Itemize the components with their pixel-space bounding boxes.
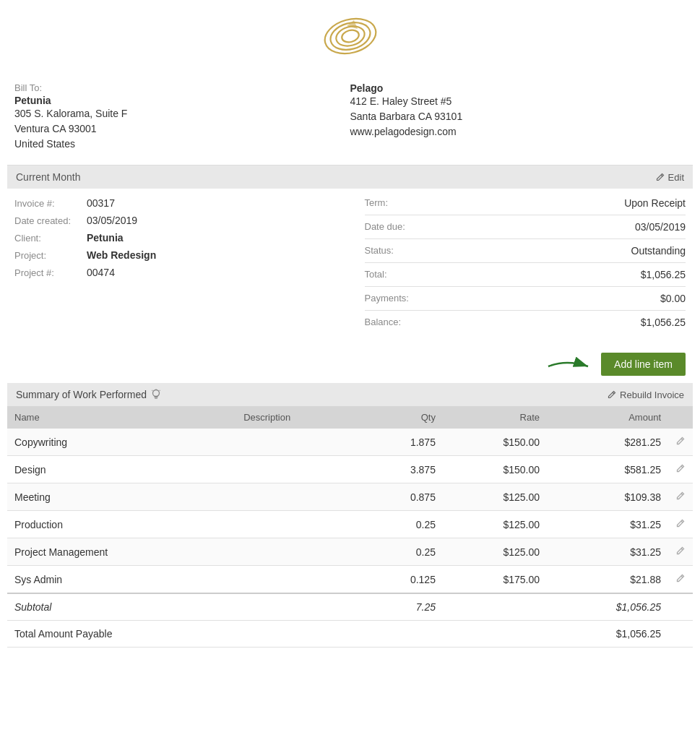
edit-label: Edit — [668, 172, 684, 183]
date-created-row: Date created: 03/05/2019 — [14, 215, 336, 226]
svg-line-4 — [661, 175, 662, 176]
svg-line-15 — [681, 494, 683, 495]
rebuild-icon — [607, 390, 617, 400]
logo-area — [7, 0, 693, 75]
svg-line-11 — [160, 390, 160, 391]
subtotal-qty: 7.25 — [362, 593, 443, 621]
row-edit-cell[interactable] — [668, 538, 693, 566]
row-qty: 0.25 — [362, 511, 443, 538]
arrow-indicator — [545, 356, 595, 379]
row-edit-cell[interactable] — [668, 456, 693, 483]
total-amount-value: $1,056.25 — [547, 621, 668, 648]
col-header-description: Description — [236, 406, 362, 429]
term-label: Term: — [365, 197, 389, 209]
edit-button[interactable]: Edit — [655, 172, 684, 183]
subtotal-label: Subtotal — [7, 593, 236, 621]
table-header-row: Name Description Qty Rate Amount — [7, 406, 693, 429]
row-name: Production — [7, 511, 236, 538]
invoice-number-value: 00317 — [87, 197, 115, 209]
from-address1: 412 E. Haley Street #5 — [350, 94, 686, 109]
balance-value: $1,056.25 — [641, 317, 686, 328]
rebuild-invoice-button[interactable]: Rebuild Invoice — [607, 390, 684, 400]
project-number-value: 00474 — [87, 267, 115, 278]
invoice-details: Invoice #: 00317 Date created: 03/05/201… — [7, 189, 693, 347]
add-line-area: Add line item — [7, 347, 693, 383]
svg-point-6 — [153, 390, 160, 397]
term-value: Upon Receipt — [624, 197, 686, 209]
total-value: $1,056.25 — [641, 269, 686, 280]
details-right: Term: Upon Receipt Date due: 03/05/2019 … — [350, 197, 686, 340]
project-row: Project: Web Redesign — [14, 249, 336, 261]
bill-to-label: Bill To: — [14, 82, 350, 93]
row-edit-icon[interactable] — [675, 463, 686, 473]
row-amount: $281.25 — [547, 429, 668, 456]
subtotal-amount: $1,056.25 — [547, 593, 668, 621]
summary-bar: Summary of Work Performed Rebuild Invoic… — [7, 383, 693, 406]
invoice-number-label: Invoice #: — [14, 198, 87, 209]
client-address2: Ventura CA 93001 — [14, 121, 350, 137]
row-description — [236, 511, 362, 538]
row-rate: $175.00 — [443, 566, 547, 594]
rebuild-label: Rebuild Invoice — [620, 390, 684, 400]
row-amount: $581.25 — [547, 456, 668, 483]
billing-section: Bill To: Petunia 305 S. Kalorama, Suite … — [7, 75, 693, 165]
period-bar: Current Month Edit — [7, 165, 693, 189]
balance-label: Balance: — [365, 317, 402, 328]
svg-point-3 — [321, 13, 379, 59]
row-amount: $31.25 — [547, 511, 668, 538]
project-value: Web Redesign — [87, 249, 156, 261]
row-name: Meeting — [7, 483, 236, 511]
svg-line-17 — [681, 548, 683, 550]
row-name: Copywriting — [7, 429, 236, 456]
row-name: Sys Admin — [7, 566, 236, 594]
row-edit-cell[interactable] — [668, 511, 693, 538]
status-value: Outstanding — [631, 245, 686, 257]
row-description — [236, 483, 362, 511]
row-edit-icon[interactable] — [675, 436, 686, 446]
row-edit-cell[interactable] — [668, 566, 693, 594]
total-amount-row: Total Amount Payable $1,056.25 — [7, 621, 693, 648]
row-edit-icon[interactable] — [675, 491, 686, 501]
status-label: Status: — [365, 245, 394, 257]
row-name: Design — [7, 456, 236, 483]
project-number-label: Project #: — [14, 267, 87, 278]
row-rate: $150.00 — [443, 456, 547, 483]
details-left: Invoice #: 00317 Date created: 03/05/201… — [14, 197, 350, 340]
svg-line-13 — [681, 439, 683, 440]
term-row: Term: Upon Receipt — [365, 197, 686, 215]
row-rate: $125.00 — [443, 538, 547, 566]
row-description — [236, 429, 362, 456]
svg-rect-7 — [155, 397, 158, 398]
row-amount: $31.25 — [547, 538, 668, 566]
row-rate: $125.00 — [443, 511, 547, 538]
project-number-row: Project #: 00474 — [14, 267, 336, 278]
col-header-name: Name — [7, 406, 236, 429]
edit-icon — [655, 172, 665, 182]
from-website: www.pelagodesign.com — [350, 124, 686, 139]
row-edit-cell[interactable] — [668, 483, 693, 511]
add-line-item-button[interactable]: Add line item — [601, 353, 686, 376]
row-edit-icon[interactable] — [675, 518, 686, 528]
table-row: Project Management 0.25 $125.00 $31.25 — [7, 538, 693, 566]
summary-title: Summary of Work Performed — [16, 389, 161, 400]
balance-row: Balance: $1,056.25 — [365, 317, 686, 334]
col-header-amount: Amount — [547, 406, 668, 429]
date-due-label: Date due: — [365, 221, 405, 233]
svg-point-0 — [340, 28, 360, 44]
row-amount: $109.38 — [547, 483, 668, 511]
period-label: Current Month — [16, 171, 80, 183]
row-rate: $150.00 — [443, 429, 547, 456]
row-amount: $21.88 — [547, 566, 668, 594]
client-name: Petunia — [14, 95, 350, 106]
client-row: Client: Petunia — [14, 232, 336, 244]
row-edit-icon[interactable] — [675, 573, 686, 583]
table-row: Sys Admin 0.125 $175.00 $21.88 — [7, 566, 693, 594]
row-edit-icon[interactable] — [675, 546, 686, 556]
svg-line-18 — [681, 576, 683, 577]
row-edit-cell[interactable] — [668, 429, 693, 456]
svg-line-16 — [681, 521, 683, 522]
project-label: Project: — [14, 250, 87, 261]
col-header-actions — [668, 406, 693, 429]
row-description — [236, 456, 362, 483]
row-description — [236, 566, 362, 594]
